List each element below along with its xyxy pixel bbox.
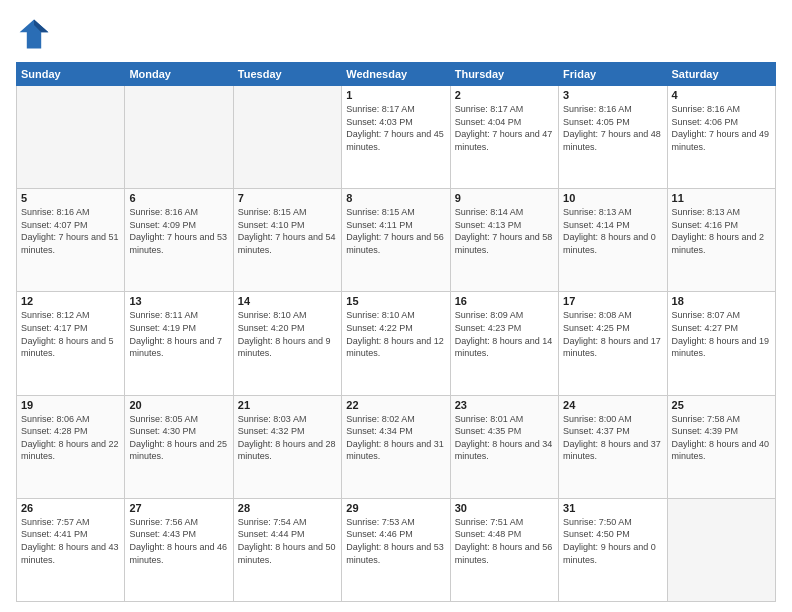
calendar-cell-11: 11Sunrise: 8:13 AMSunset: 4:16 PMDayligh… [667,189,775,292]
day-info: Sunrise: 8:15 AMSunset: 4:11 PMDaylight:… [346,206,445,256]
day-info: Sunrise: 8:16 AMSunset: 4:06 PMDaylight:… [672,103,771,153]
week-row-2: 12Sunrise: 8:12 AMSunset: 4:17 PMDayligh… [17,292,776,395]
day-info: Sunrise: 8:15 AMSunset: 4:10 PMDaylight:… [238,206,337,256]
calendar-cell-24: 24Sunrise: 8:00 AMSunset: 4:37 PMDayligh… [559,395,667,498]
weekday-header-monday: Monday [125,63,233,86]
calendar-cell-13: 13Sunrise: 8:11 AMSunset: 4:19 PMDayligh… [125,292,233,395]
calendar-cell-28: 28Sunrise: 7:54 AMSunset: 4:44 PMDayligh… [233,498,341,601]
day-info: Sunrise: 7:53 AMSunset: 4:46 PMDaylight:… [346,516,445,566]
day-number: 28 [238,502,337,514]
calendar-cell-27: 27Sunrise: 7:56 AMSunset: 4:43 PMDayligh… [125,498,233,601]
calendar-cell-15: 15Sunrise: 8:10 AMSunset: 4:22 PMDayligh… [342,292,450,395]
day-number: 13 [129,295,228,307]
day-number: 20 [129,399,228,411]
day-number: 5 [21,192,120,204]
day-info: Sunrise: 8:00 AMSunset: 4:37 PMDaylight:… [563,413,662,463]
day-number: 25 [672,399,771,411]
calendar-cell-6: 6Sunrise: 8:16 AMSunset: 4:09 PMDaylight… [125,189,233,292]
day-number: 26 [21,502,120,514]
day-number: 15 [346,295,445,307]
weekday-header-wednesday: Wednesday [342,63,450,86]
day-info: Sunrise: 7:57 AMSunset: 4:41 PMDaylight:… [21,516,120,566]
day-info: Sunrise: 8:06 AMSunset: 4:28 PMDaylight:… [21,413,120,463]
calendar-cell-empty [17,86,125,189]
day-number: 30 [455,502,554,514]
day-number: 31 [563,502,662,514]
page: SundayMondayTuesdayWednesdayThursdayFrid… [0,0,792,612]
day-number: 19 [21,399,120,411]
calendar-cell-22: 22Sunrise: 8:02 AMSunset: 4:34 PMDayligh… [342,395,450,498]
day-info: Sunrise: 8:09 AMSunset: 4:23 PMDaylight:… [455,309,554,359]
calendar-cell-21: 21Sunrise: 8:03 AMSunset: 4:32 PMDayligh… [233,395,341,498]
day-info: Sunrise: 8:16 AMSunset: 4:09 PMDaylight:… [129,206,228,256]
weekday-header-friday: Friday [559,63,667,86]
day-number: 18 [672,295,771,307]
calendar-cell-empty [233,86,341,189]
day-info: Sunrise: 8:16 AMSunset: 4:05 PMDaylight:… [563,103,662,153]
week-row-4: 26Sunrise: 7:57 AMSunset: 4:41 PMDayligh… [17,498,776,601]
calendar-cell-empty [667,498,775,601]
day-number: 21 [238,399,337,411]
logo-icon [16,16,52,52]
calendar-cell-empty [125,86,233,189]
logo [16,16,58,52]
week-row-3: 19Sunrise: 8:06 AMSunset: 4:28 PMDayligh… [17,395,776,498]
day-info: Sunrise: 7:50 AMSunset: 4:50 PMDaylight:… [563,516,662,566]
day-number: 10 [563,192,662,204]
day-info: Sunrise: 8:14 AMSunset: 4:13 PMDaylight:… [455,206,554,256]
calendar-cell-3: 3Sunrise: 8:16 AMSunset: 4:05 PMDaylight… [559,86,667,189]
weekday-header-sunday: Sunday [17,63,125,86]
calendar-cell-19: 19Sunrise: 8:06 AMSunset: 4:28 PMDayligh… [17,395,125,498]
day-number: 22 [346,399,445,411]
calendar-cell-10: 10Sunrise: 8:13 AMSunset: 4:14 PMDayligh… [559,189,667,292]
day-info: Sunrise: 8:10 AMSunset: 4:22 PMDaylight:… [346,309,445,359]
day-info: Sunrise: 8:02 AMSunset: 4:34 PMDaylight:… [346,413,445,463]
calendar-cell-7: 7Sunrise: 8:15 AMSunset: 4:10 PMDaylight… [233,189,341,292]
day-info: Sunrise: 8:13 AMSunset: 4:14 PMDaylight:… [563,206,662,256]
day-number: 4 [672,89,771,101]
day-number: 6 [129,192,228,204]
weekday-header-thursday: Thursday [450,63,558,86]
day-info: Sunrise: 7:54 AMSunset: 4:44 PMDaylight:… [238,516,337,566]
day-number: 16 [455,295,554,307]
calendar-cell-29: 29Sunrise: 7:53 AMSunset: 4:46 PMDayligh… [342,498,450,601]
calendar-cell-26: 26Sunrise: 7:57 AMSunset: 4:41 PMDayligh… [17,498,125,601]
weekday-header-tuesday: Tuesday [233,63,341,86]
day-number: 29 [346,502,445,514]
day-number: 17 [563,295,662,307]
day-info: Sunrise: 8:11 AMSunset: 4:19 PMDaylight:… [129,309,228,359]
header [16,16,776,52]
day-info: Sunrise: 8:17 AMSunset: 4:04 PMDaylight:… [455,103,554,153]
week-row-0: 1Sunrise: 8:17 AMSunset: 4:03 PMDaylight… [17,86,776,189]
day-info: Sunrise: 8:08 AMSunset: 4:25 PMDaylight:… [563,309,662,359]
day-info: Sunrise: 7:58 AMSunset: 4:39 PMDaylight:… [672,413,771,463]
day-number: 11 [672,192,771,204]
day-number: 3 [563,89,662,101]
calendar-cell-12: 12Sunrise: 8:12 AMSunset: 4:17 PMDayligh… [17,292,125,395]
day-number: 2 [455,89,554,101]
day-number: 1 [346,89,445,101]
calendar-cell-18: 18Sunrise: 8:07 AMSunset: 4:27 PMDayligh… [667,292,775,395]
day-number: 27 [129,502,228,514]
day-number: 12 [21,295,120,307]
calendar-cell-17: 17Sunrise: 8:08 AMSunset: 4:25 PMDayligh… [559,292,667,395]
weekday-header-row: SundayMondayTuesdayWednesdayThursdayFrid… [17,63,776,86]
day-info: Sunrise: 8:05 AMSunset: 4:30 PMDaylight:… [129,413,228,463]
day-info: Sunrise: 8:10 AMSunset: 4:20 PMDaylight:… [238,309,337,359]
day-number: 8 [346,192,445,204]
calendar-cell-9: 9Sunrise: 8:14 AMSunset: 4:13 PMDaylight… [450,189,558,292]
day-number: 9 [455,192,554,204]
day-info: Sunrise: 8:07 AMSunset: 4:27 PMDaylight:… [672,309,771,359]
calendar-cell-2: 2Sunrise: 8:17 AMSunset: 4:04 PMDaylight… [450,86,558,189]
day-info: Sunrise: 7:56 AMSunset: 4:43 PMDaylight:… [129,516,228,566]
calendar-cell-16: 16Sunrise: 8:09 AMSunset: 4:23 PMDayligh… [450,292,558,395]
day-info: Sunrise: 8:16 AMSunset: 4:07 PMDaylight:… [21,206,120,256]
day-info: Sunrise: 8:03 AMSunset: 4:32 PMDaylight:… [238,413,337,463]
calendar-cell-25: 25Sunrise: 7:58 AMSunset: 4:39 PMDayligh… [667,395,775,498]
calendar-cell-30: 30Sunrise: 7:51 AMSunset: 4:48 PMDayligh… [450,498,558,601]
day-number: 7 [238,192,337,204]
calendar-cell-8: 8Sunrise: 8:15 AMSunset: 4:11 PMDaylight… [342,189,450,292]
day-number: 14 [238,295,337,307]
day-number: 23 [455,399,554,411]
calendar-cell-14: 14Sunrise: 8:10 AMSunset: 4:20 PMDayligh… [233,292,341,395]
